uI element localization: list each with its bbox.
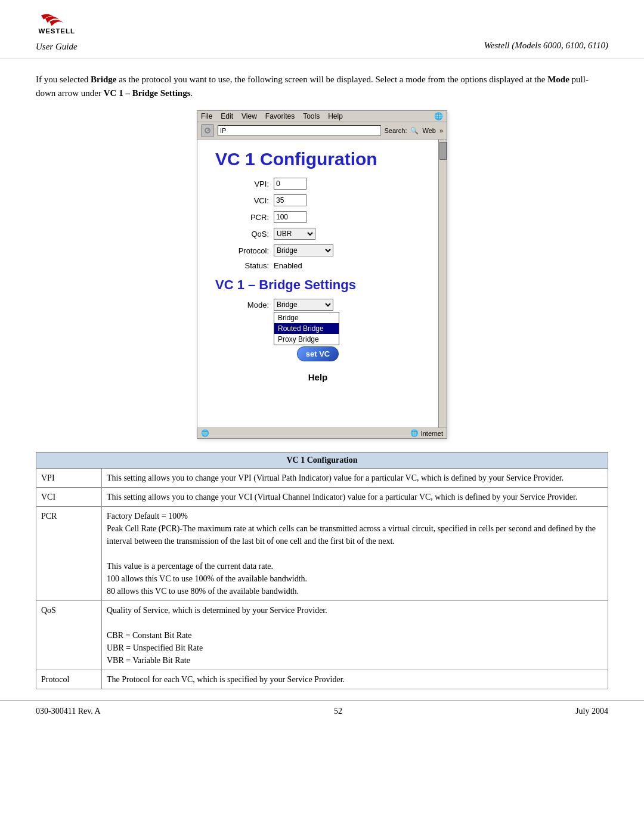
table-term: QoS [36,601,102,670]
status-bar-left: 🌐 [201,429,209,437]
table-row: ProtocolThe Protocol for each VC, which … [36,670,608,689]
vpi-input[interactable] [274,178,306,190]
footer-left: 030-300411 Rev. A [36,707,101,716]
search-label: Search: [385,127,407,134]
set-vc-row: set VC [297,346,339,361]
logo-area: WESTELL User Guide [36,11,83,52]
table-definition: This setting allows you to change your V… [102,488,608,507]
back-button[interactable]: ↻ [201,124,214,137]
vci-row: VCI: [215,194,420,206]
menu-tools[interactable]: Tools [303,112,320,120]
protocol-select[interactable]: Bridge PPPoE PPPoA [274,244,333,256]
main-content: If you selected Bridge as the protocol y… [0,58,644,689]
pcr-input[interactable] [274,211,306,223]
qos-row: QoS: UBR CBR VBR [215,228,420,240]
status-value: Enabled [274,261,302,270]
table-term: PCR [36,507,102,601]
page-footer: 030-300411 Rev. A 52 July 2004 [0,700,644,722]
intro-text2: as the protocol you want to use, the fol… [116,75,547,84]
table-term: VPI [36,469,102,488]
menu-edit[interactable]: Edit [221,112,233,120]
intro-paragraph: If you selected Bridge as the protocol y… [36,73,608,100]
browser-statusbar: 🌐 🌐 Internet [197,428,447,438]
menu-favorites[interactable]: Favorites [265,112,295,120]
intro-text1: If you selected [36,75,91,84]
menu-help[interactable]: Help [328,112,343,120]
table-row: VPIThis setting allows you to change you… [36,469,608,488]
westell-logo: WESTELL [36,11,83,41]
table-definition: The Protocol for each VC, which is speci… [102,670,608,689]
spacer [215,382,420,418]
user-guide-label: User Guide [36,42,78,52]
mode-dropdown-open: Bridge Routed Bridge Proxy Bridge [274,312,339,345]
intro-bold1: Bridge [91,75,116,84]
status-row: Status: Enabled [215,261,420,270]
browser-body: VC 1 Configuration VPI: VCI: PCR: [197,140,447,428]
dropdown-option-bridge[interactable]: Bridge [274,312,339,323]
mode-select-container: Bridge Routed Bridge Proxy Bridge Bridge… [274,299,333,311]
ie-icon: 🌐 [434,112,443,120]
browser-toolbar: ↻ Search: 🔍 Web » [197,122,447,140]
protocol-row: Protocol: Bridge PPPoE PPPoA [215,244,420,256]
page-header: WESTELL User Guide Westell (Models 6000,… [0,0,644,58]
internet-label: Internet [421,430,443,437]
vci-label: VCI: [215,196,269,205]
scrollbar[interactable] [438,140,447,428]
browser-content: VC 1 Configuration VPI: VCI: PCR: [197,140,438,428]
table-row: VCIThis setting allows you to change you… [36,488,608,507]
dropdown-option-routed-bridge[interactable]: Routed Bridge [274,323,339,334]
table-term: VCI [36,488,102,507]
reference-table: VC 1 Configuration VPIThis setting allow… [36,452,608,689]
mode-select[interactable]: Bridge Routed Bridge Proxy Bridge [274,299,333,311]
table-definition: Factory Default = 100% Peak Cell Rate (P… [102,507,608,601]
status-label: Status: [215,261,269,270]
address-bar[interactable] [218,125,381,136]
help-text: Help [308,372,328,382]
internet-globe-icon: 🌐 [410,429,419,437]
footer-center: 52 [334,707,342,716]
bridge-settings-heading: VC 1 – Bridge Settings [215,277,420,293]
vpi-label: VPI: [215,179,269,188]
search-btn[interactable]: Web [422,127,435,134]
table-term: Protocol [36,670,102,689]
pcr-label: PCR: [215,213,269,222]
mode-label: Mode: [215,301,269,309]
search-icon: 🔍 [410,127,419,135]
protocol-label: Protocol: [215,246,269,255]
vci-input[interactable] [274,194,306,206]
action-area: set VC Help [215,346,420,382]
intro-bold3: VC 1 – Bridge Settings [104,88,191,98]
intro-text4: . [191,88,193,98]
toolbar-extra: » [439,127,443,134]
svg-text:↻: ↻ [206,128,210,134]
table-row: PCRFactory Default = 100% Peak Cell Rate… [36,507,608,601]
table-definition: This setting allows you to change your V… [102,469,608,488]
pcr-row: PCR: [215,211,420,223]
menu-file[interactable]: File [201,112,212,120]
browser-window: File Edit View Favorites Tools Help 🌐 ↻ … [197,110,447,439]
qos-label: QoS: [215,230,269,239]
dropdown-option-proxy-bridge[interactable]: Proxy Bridge [274,334,339,345]
browser-menubar: File Edit View Favorites Tools Help 🌐 [197,111,447,122]
vpi-row: VPI: [215,178,420,190]
table-definition: Quality of Service, which is determined … [102,601,608,670]
page-area: VC 1 Configuration VPI: VCI: PCR: [197,140,438,428]
svg-text:WESTELL: WESTELL [38,27,75,35]
vc1-config-heading: VC 1 Configuration [215,149,420,169]
statusbar-internet: 🌐 Internet [410,429,443,437]
table-row: QoSQuality of Service, which is determin… [36,601,608,670]
mode-row: Mode: Bridge Routed Bridge Proxy Bridge … [215,299,420,311]
header-title: Westell (Models 6000, 6100, 6110) [484,41,608,52]
table-heading: VC 1 Configuration [36,453,608,469]
menu-view[interactable]: View [242,112,257,120]
intro-bold2: Mode [547,75,569,84]
qos-select[interactable]: UBR CBR VBR [274,228,315,240]
footer-right: July 2004 [575,707,608,716]
scrollbar-thumb[interactable] [439,142,447,160]
set-vc-button[interactable]: set VC [297,346,339,361]
